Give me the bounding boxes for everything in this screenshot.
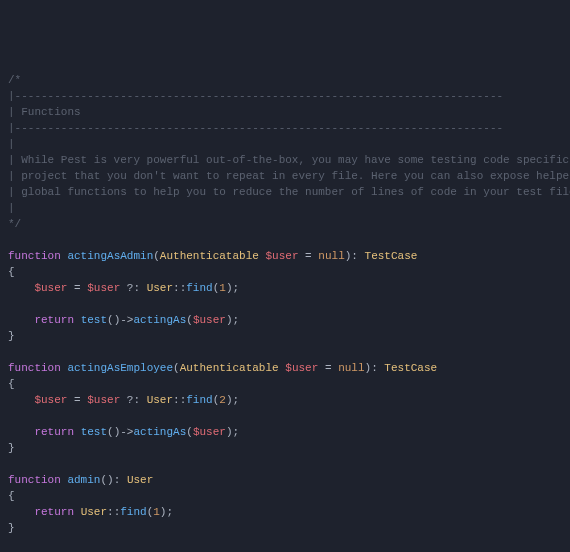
- fn-admin: function admin(): User: [8, 472, 570, 488]
- brace-open: {: [8, 264, 570, 280]
- code-editor: /*|-------------------------------------…: [8, 72, 570, 552]
- stmt-assign: $user = $user ?: User::find(1);: [8, 280, 570, 296]
- comment-pipe: |: [8, 200, 570, 216]
- comment-bar: |---------------------------------------…: [8, 88, 570, 104]
- brace-open: {: [8, 488, 570, 504]
- comment-title: | Functions: [8, 104, 570, 120]
- blank-line: [8, 456, 570, 472]
- stmt-return: return test()->actingAs($user);: [8, 312, 570, 328]
- comment-bar: |---------------------------------------…: [8, 120, 570, 136]
- comment-line: | global functions to help you to reduce…: [8, 184, 570, 200]
- comment-close: */: [8, 216, 570, 232]
- brace-open: {: [8, 376, 570, 392]
- brace-close: }: [8, 520, 570, 536]
- brace-close: }: [8, 328, 570, 344]
- blank-line: [8, 296, 570, 312]
- stmt-return: return test()->actingAs($user);: [8, 424, 570, 440]
- blank-line: [8, 408, 570, 424]
- fn-actingAsAdmin: function actingAsAdmin(Authenticatable $…: [8, 248, 570, 264]
- blank-line: [8, 536, 570, 552]
- comment-pipe: |: [8, 136, 570, 152]
- comment-line: | project that you don't want to repeat …: [8, 168, 570, 184]
- stmt-return: return User::find(1);: [8, 504, 570, 520]
- stmt-assign: $user = $user ?: User::find(2);: [8, 392, 570, 408]
- comment-open: /*: [8, 72, 570, 88]
- fn-actingAsEmployee: function actingAsEmployee(Authenticatabl…: [8, 360, 570, 376]
- blank-line: [8, 344, 570, 360]
- blank-line: [8, 232, 570, 248]
- brace-close: }: [8, 440, 570, 456]
- comment-line: | While Pest is very powerful out-of-the…: [8, 152, 570, 168]
